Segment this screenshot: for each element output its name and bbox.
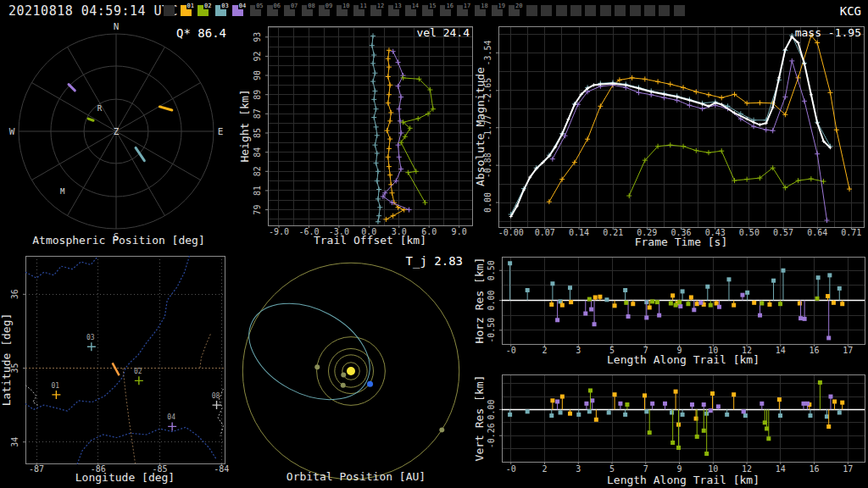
svg-text:08: 08 [212, 392, 220, 400]
station-indicator-label: 11 [359, 3, 367, 9]
svg-text:3: 3 [576, 346, 581, 355]
station-indicator-08: 08 [302, 5, 313, 16]
trail-offset-chart: -9.0-6.0-3.00.03.06.09.07981828485878990… [237, 22, 475, 252]
svg-text:E: E [218, 126, 224, 137]
svg-text:17: 17 [843, 346, 853, 355]
station-indicator-label: 14 [411, 3, 420, 9]
station-indicator-label: 10 [342, 3, 350, 9]
svg-text:W: W [9, 126, 15, 137]
svg-text:0.14: 0.14 [569, 228, 589, 237]
svg-text:04: 04 [167, 413, 175, 421]
station-indicator-02: 02 [198, 5, 209, 16]
svg-text:Z: Z [114, 126, 120, 137]
panel-orbit: T_j 2.83Orbital Position [AU] [237, 250, 475, 488]
svg-text:36: 36 [10, 289, 19, 299]
svg-text:M: M [60, 187, 65, 196]
panel-trail-offset: -9.0-6.0-3.00.03.06.09.07981828485878990… [237, 22, 475, 252]
svg-text:82: 82 [253, 166, 262, 176]
svg-text:16: 16 [810, 464, 820, 474]
svg-text:79: 79 [253, 205, 262, 215]
ground-map-chart: 0102030408-87-86-85-84343536Longitude [d… [0, 250, 237, 488]
station-indicator-label: 13 [393, 3, 402, 9]
svg-text:-84: -84 [214, 464, 229, 474]
atmospheric-position-chart: NSWEZRMQ* 86.4Atmospheric Position [deg] [0, 22, 237, 252]
blank-indicator [570, 5, 581, 16]
svg-text:T_j 2.83: T_j 2.83 [406, 254, 463, 269]
header-bar: 20210818 04:59:14 UTC 010203040506070809… [0, 0, 868, 22]
svg-text:01: 01 [52, 382, 60, 390]
svg-text:9: 9 [677, 464, 682, 474]
panel-map: 0102030408-87-86-85-84343536Longitude [d… [0, 250, 237, 488]
svg-text:92: 92 [253, 51, 262, 61]
station-indicator-label: 02 [203, 3, 212, 9]
station-indicator-13: 13 [388, 5, 399, 16]
svg-text:-87: -87 [29, 464, 44, 474]
panel-light-curve: -0.000.070.140.210.290.360.430.500.570.6… [475, 22, 868, 252]
svg-text:17: 17 [843, 464, 853, 474]
svg-text:0.21: 0.21 [603, 228, 623, 237]
svg-text:Trail Offset [km]: Trail Offset [km] [314, 234, 426, 247]
station-indicator-label: 01 [186, 3, 195, 9]
shower-code: KCG [840, 4, 861, 18]
station-indicator-10: 10 [337, 5, 348, 16]
svg-text:-0.50: -0.50 [487, 318, 496, 343]
svg-text:0.07: 0.07 [535, 228, 555, 237]
utc-timestamp: 20210818 04:59:14 UTC [8, 3, 178, 19]
blank-indicator [674, 5, 685, 16]
svg-text:N: N [114, 22, 120, 32]
station-indicator-09: 09 [319, 5, 330, 16]
horizontal-residuals-chart: -02357910121416170.500.00-0.50Length Alo… [475, 250, 868, 366]
svg-text:34: 34 [10, 437, 19, 447]
blank-indicator [164, 5, 175, 16]
svg-text:14: 14 [776, 346, 786, 355]
station-indicator-label: 05 [255, 3, 264, 9]
station-indicator-label: 17 [463, 3, 471, 9]
station-indicator-03: 03 [215, 5, 226, 16]
blank-indicator [644, 5, 655, 16]
svg-text:84: 84 [253, 147, 262, 158]
station-indicator-label: 20 [515, 3, 523, 9]
svg-text:0.00: 0.00 [483, 192, 492, 213]
svg-text:-0: -0 [506, 464, 516, 474]
svg-text:mass -1.95: mass -1.95 [795, 26, 861, 39]
svg-text:vel 24.4: vel 24.4 [416, 26, 470, 39]
station-indicator-15: 15 [422, 5, 433, 16]
svg-text:85: 85 [253, 128, 262, 138]
svg-text:Horz Res [km]: Horz Res [km] [475, 258, 486, 344]
svg-text:90: 90 [253, 70, 262, 80]
svg-text:93: 93 [253, 32, 262, 42]
station-strip: 0102030405060708091011121314151617181920 [164, 5, 688, 19]
svg-text:-9.0: -9.0 [269, 227, 289, 236]
station-indicator-label: 08 [307, 3, 315, 9]
svg-text:81: 81 [253, 186, 262, 196]
svg-text:-3.54: -3.54 [483, 40, 492, 65]
station-indicator-label: 07 [290, 3, 298, 9]
panel-vert-res: -02357910121416170.00-0.26Length Along T… [475, 364, 868, 488]
blank-indicator [630, 5, 641, 16]
station-indicator-19: 19 [492, 5, 503, 16]
svg-text:3: 3 [576, 464, 581, 474]
light-curve-chart: -0.000.070.140.210.290.360.430.500.570.6… [475, 22, 868, 252]
blank-indicator [585, 5, 596, 16]
blank-indicator [600, 5, 611, 16]
station-indicator-label: 06 [273, 3, 281, 9]
station-indicator-17: 17 [457, 5, 468, 16]
svg-text:Atmospheric Position [deg]: Atmospheric Position [deg] [32, 234, 205, 247]
svg-text:Orbital Position [AU]: Orbital Position [AU] [287, 470, 426, 483]
svg-text:0.71: 0.71 [841, 228, 861, 237]
svg-text:9.0: 9.0 [452, 227, 467, 236]
svg-text:5: 5 [609, 464, 615, 474]
vertical-residuals-chart: -02357910121416170.00-0.26Length Along T… [475, 364, 868, 488]
panel-horz-res: -02357910121416170.500.00-0.50Length Alo… [475, 250, 868, 366]
meteor-monitor-screen: 20210818 04:59:14 UTC 010203040506070809… [0, 0, 868, 488]
blank-indicator [556, 5, 567, 16]
blank-indicator [526, 5, 537, 16]
svg-text:87: 87 [253, 108, 262, 119]
svg-text:10: 10 [708, 464, 718, 474]
svg-text:Latitude [deg]: Latitude [deg] [0, 313, 13, 407]
svg-text:0.00: 0.00 [487, 399, 496, 419]
svg-text:Vert Res [km]: Vert Res [km] [475, 375, 486, 462]
svg-text:0.50: 0.50 [487, 260, 496, 280]
station-indicator-label: 19 [498, 3, 506, 9]
svg-text:0.57: 0.57 [773, 228, 793, 237]
